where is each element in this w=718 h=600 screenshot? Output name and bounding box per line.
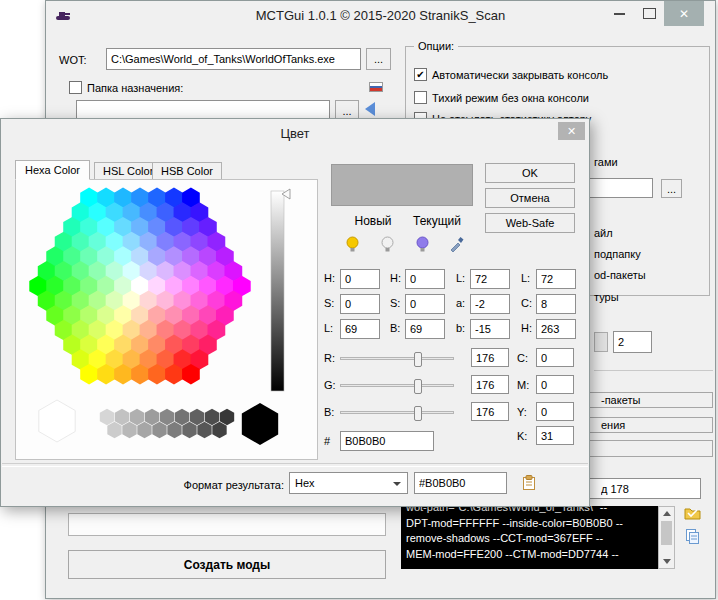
back-arrow-icon[interactable] bbox=[365, 102, 375, 116]
settings-button-partial[interactable]: ения bbox=[586, 417, 713, 433]
lch-h-input[interactable] bbox=[536, 319, 576, 339]
scroll-up-button[interactable] bbox=[659, 507, 674, 520]
eyedropper-icon[interactable] bbox=[449, 236, 465, 253]
window-titlebar[interactable]: MCTGui 1.0.1 © 2015-2020 StranikS_Scan ✕ bbox=[46, 1, 715, 29]
slider-label: R: bbox=[324, 352, 335, 364]
lab-b-input[interactable] bbox=[470, 319, 510, 339]
spinner-button-partial[interactable] bbox=[594, 332, 608, 352]
grayscale-bar[interactable] bbox=[271, 191, 284, 391]
magenta-input[interactable] bbox=[536, 375, 574, 394]
progress-bar bbox=[68, 513, 386, 536]
dest-folder-checkbox[interactable] bbox=[69, 81, 82, 94]
maximize-icon bbox=[643, 8, 656, 19]
minimize-button[interactable] bbox=[606, 1, 633, 26]
field-label: b: bbox=[456, 322, 465, 334]
field-label: C: bbox=[521, 297, 532, 309]
console-line: remove-shadows --CCT-mod=367EFF -- bbox=[406, 531, 658, 547]
hash-label: # bbox=[324, 435, 330, 447]
auto-close-console-label: Автоматически закрывать консоль bbox=[432, 69, 608, 81]
tab-hsb-color[interactable]: HSB Color bbox=[152, 162, 222, 180]
dialog-title: Цвет bbox=[1, 126, 589, 141]
lab-l-input[interactable] bbox=[470, 269, 510, 289]
field-label: H: bbox=[521, 322, 532, 334]
close-icon: ✕ bbox=[567, 125, 576, 138]
action-button-partial[interactable] bbox=[586, 440, 713, 457]
dialog-close-button[interactable]: ✕ bbox=[558, 122, 585, 140]
websafe-button[interactable]: Web-Safe bbox=[485, 213, 575, 233]
field-label: L: bbox=[456, 272, 465, 284]
green-slider[interactable] bbox=[340, 384, 454, 387]
hex-input[interactable] bbox=[340, 431, 434, 451]
checkbox-label-fragment-modpacks: od-пакеты bbox=[594, 269, 646, 281]
right-browse-button[interactable]: ... bbox=[661, 179, 682, 198]
hsl-s-input[interactable] bbox=[340, 294, 380, 314]
cyan-input[interactable] bbox=[536, 348, 574, 367]
red-value-input[interactable] bbox=[471, 348, 509, 367]
green-slider-thumb[interactable] bbox=[414, 379, 422, 394]
preview-swatch bbox=[331, 164, 473, 206]
lab-a-input[interactable] bbox=[470, 294, 510, 314]
close-button[interactable]: ✕ bbox=[664, 1, 704, 26]
cmyk-label: M: bbox=[517, 379, 529, 391]
format-select[interactable]: Hex bbox=[289, 472, 408, 494]
checkbox-label-fragment-subfolder: подпапку bbox=[594, 248, 641, 260]
field-label: B: bbox=[390, 322, 400, 334]
hsl-l-input[interactable] bbox=[340, 319, 380, 339]
modpacks-button-partial[interactable]: -пакеты bbox=[586, 392, 713, 408]
hsl-h-input[interactable] bbox=[340, 269, 380, 289]
copy-to-clipboard-icon[interactable] bbox=[521, 474, 537, 491]
new-color-label: Новый bbox=[343, 214, 403, 228]
lch-l-input[interactable] bbox=[536, 269, 576, 289]
hsb-b-input[interactable] bbox=[405, 319, 445, 339]
red-slider[interactable] bbox=[340, 357, 454, 360]
build-input-partial[interactable] bbox=[586, 478, 701, 499]
cancel-button[interactable]: Отмена bbox=[485, 188, 575, 208]
wot-path-input[interactable] bbox=[106, 48, 361, 70]
copy-pages-icon[interactable] bbox=[684, 528, 701, 545]
field-label: S: bbox=[324, 297, 334, 309]
format-select-value: Hex bbox=[295, 477, 315, 489]
dialog-separator bbox=[2, 463, 588, 467]
green-value-input[interactable] bbox=[471, 375, 509, 394]
scroll-down-icon bbox=[663, 559, 671, 564]
tab-hexa-color[interactable]: Hexa Color bbox=[15, 160, 90, 180]
black-input[interactable] bbox=[536, 426, 574, 445]
field-label: H: bbox=[390, 272, 401, 284]
yellow-bulb-icon[interactable] bbox=[345, 236, 360, 253]
result-input[interactable] bbox=[414, 472, 507, 494]
save-favorite-icon[interactable] bbox=[684, 505, 701, 520]
count-input[interactable] bbox=[613, 331, 652, 353]
console-output[interactable]: wot-path="C:\Games\World_of_Tanks\" -- D… bbox=[401, 506, 658, 569]
wot-browse-button[interactable]: ... bbox=[366, 48, 391, 70]
maximize-button[interactable] bbox=[636, 1, 663, 26]
blue-slider-thumb[interactable] bbox=[414, 406, 422, 421]
close-icon: ✕ bbox=[679, 7, 689, 21]
field-label: L: bbox=[324, 322, 333, 334]
silent-mode-checkbox[interactable] bbox=[414, 91, 427, 104]
options-group-label: Опции: bbox=[414, 40, 458, 52]
russian-flag-icon[interactable] bbox=[369, 82, 383, 92]
auto-close-console-checkbox[interactable]: ✔ bbox=[414, 68, 427, 81]
yellow-input[interactable] bbox=[536, 402, 574, 421]
blue-value-input[interactable] bbox=[471, 402, 509, 421]
white-bulb-icon[interactable] bbox=[380, 236, 395, 253]
scroll-down-button[interactable] bbox=[659, 555, 674, 568]
field-label: H: bbox=[324, 272, 335, 284]
hsb-h-input[interactable] bbox=[405, 269, 445, 289]
check-icon: ✔ bbox=[416, 69, 424, 80]
console-scrollbar[interactable] bbox=[658, 506, 675, 569]
ok-button[interactable]: OK bbox=[485, 163, 575, 183]
silent-mode-label: Тихий режим без окна консоли bbox=[432, 92, 589, 104]
field-label: S: bbox=[390, 297, 400, 309]
hexa-color-wheel[interactable] bbox=[16, 180, 317, 459]
purple-bulb-icon[interactable] bbox=[415, 236, 430, 253]
hsb-s-input[interactable] bbox=[405, 294, 445, 314]
wot-label: WOT: bbox=[59, 54, 87, 66]
format-label: Формат результата: bbox=[151, 479, 284, 491]
lch-c-input[interactable] bbox=[536, 294, 576, 314]
create-mods-button[interactable]: Создать моды bbox=[68, 550, 386, 579]
scroll-thumb[interactable] bbox=[661, 521, 672, 545]
cmyk-label: C: bbox=[517, 352, 528, 364]
blue-slider[interactable] bbox=[340, 411, 454, 414]
red-slider-thumb[interactable] bbox=[414, 352, 422, 367]
